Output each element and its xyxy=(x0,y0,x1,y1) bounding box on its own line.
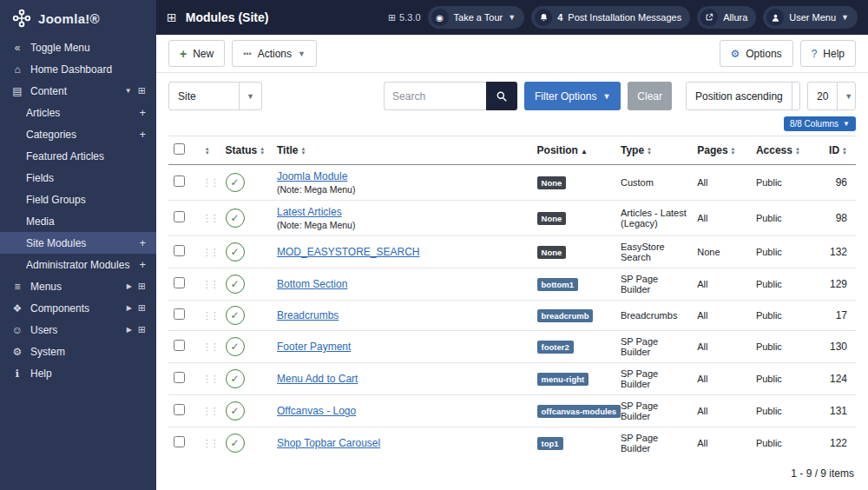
row-checkbox[interactable] xyxy=(174,436,185,447)
search-button[interactable] xyxy=(486,82,517,110)
sidebar-item-administrator-modules[interactable]: Administrator Modules + xyxy=(0,254,156,275)
row-checkbox[interactable] xyxy=(174,211,185,222)
row-checkbox[interactable] xyxy=(174,175,185,187)
sidebar-item-fields[interactable]: Fields xyxy=(0,167,156,189)
sidebar-item-toggle-menu[interactable]: « Toggle Menu xyxy=(0,36,156,58)
grid-icon[interactable]: ⊞ xyxy=(138,281,146,292)
row-title-cell: Menu Add to Cart xyxy=(272,363,532,395)
plus-icon[interactable]: + xyxy=(139,236,146,249)
sidebar-item-label: Featured Articles xyxy=(26,150,146,162)
module-title-link[interactable]: Menu Add to Cart xyxy=(277,373,358,385)
sidebar-item-categories[interactable]: Categories + xyxy=(0,123,156,145)
options-button[interactable]: ⚙ Options xyxy=(720,40,793,67)
grid-icon[interactable]: ⊞ xyxy=(138,302,146,314)
new-button[interactable]: + New xyxy=(168,40,225,67)
sidebar-item-menus[interactable]: ≡ Menus ▶ ⊞ xyxy=(0,275,156,297)
sort-order-select[interactable]: Position ascending ▼ xyxy=(686,82,800,110)
help-button[interactable]: ? Help xyxy=(800,40,856,67)
module-title-link[interactable]: Shop Topbar Carousel xyxy=(277,437,380,449)
module-id: 129 xyxy=(815,268,856,301)
module-title-link[interactable]: Joomla Module xyxy=(277,170,347,182)
module-title-link[interactable]: Breadcrumbs xyxy=(277,309,339,321)
title-column-header[interactable]: Title▲▼ xyxy=(272,136,532,165)
module-title-link[interactable]: Bottom Section xyxy=(277,278,347,290)
row-checkbox[interactable] xyxy=(174,308,185,320)
drag-handle-icon[interactable]: ⋮⋮ xyxy=(202,341,218,352)
row-select-cell xyxy=(168,331,197,363)
sidebar-item-featured-articles[interactable]: Featured Articles xyxy=(0,145,156,167)
row-checkbox[interactable] xyxy=(174,372,185,383)
row-select-cell xyxy=(168,268,197,301)
status-published-icon[interactable]: ✓ xyxy=(226,401,245,420)
drag-handle-icon[interactable]: ⋮⋮ xyxy=(202,177,218,188)
status-published-icon[interactable]: ✓ xyxy=(226,275,245,294)
sidebar-item-media[interactable]: Media xyxy=(0,210,156,232)
module-title-link[interactable]: Offcanvas - Logo xyxy=(277,405,356,417)
pages-column-header[interactable]: Pages▲▼ xyxy=(692,136,751,165)
id-column-header[interactable]: ID▲▼ xyxy=(815,136,856,165)
search-input[interactable] xyxy=(384,82,486,110)
drag-handle-icon[interactable]: ⋮⋮ xyxy=(202,406,218,416)
position-column-header[interactable]: Position▲ xyxy=(532,136,615,165)
row-status-cell: ✓ xyxy=(220,395,273,427)
sidebar-item-components[interactable]: ❖ Components ▶ ⊞ xyxy=(0,297,156,319)
drag-handle-icon[interactable]: ⋮⋮ xyxy=(202,213,218,223)
drag-handle-icon[interactable]: ⋮⋮ xyxy=(202,438,218,448)
status-published-icon[interactable]: ✓ xyxy=(226,306,245,325)
access-column-header[interactable]: Access▲▼ xyxy=(751,136,815,165)
row-order-cell: ⋮⋮ xyxy=(197,165,220,201)
type-column-header[interactable]: Type▲▼ xyxy=(615,136,692,165)
sidebar-item-field-groups[interactable]: Field Groups xyxy=(0,189,156,210)
modules-table-body: ⋮⋮ ✓ Joomla Module (Note: Mega Menu) Non… xyxy=(168,165,856,460)
content-icon: ▤ xyxy=(10,85,24,97)
row-checkbox[interactable] xyxy=(174,340,185,351)
ordering-column-header[interactable]: ▲▼ xyxy=(197,136,220,165)
sidebar-item-help[interactable]: ℹ Help xyxy=(0,362,156,384)
plus-icon[interactable]: + xyxy=(139,106,146,119)
select-all-checkbox[interactable] xyxy=(174,143,185,155)
actions-button[interactable]: ••• Actions ▼ xyxy=(232,40,317,67)
module-title-link[interactable]: Footer Payment xyxy=(277,341,351,353)
sidebar-item-home-dashboard[interactable]: ⌂ Home Dashboard xyxy=(0,58,156,80)
module-pages: All xyxy=(692,268,751,301)
grid-icon[interactable]: ⊞ xyxy=(138,85,146,96)
columns-toggle-button[interactable]: 8/8 Columns ▼ xyxy=(784,116,856,131)
sidebar-item-users[interactable]: ☺ Users ▶ ⊞ xyxy=(0,319,156,341)
sidebar-item-content[interactable]: ▤ Content ▼ ⊞ xyxy=(0,80,156,102)
status-published-icon[interactable]: ✓ xyxy=(226,242,245,262)
plus-icon[interactable]: + xyxy=(139,258,146,271)
status-column-header[interactable]: Status▲▼ xyxy=(220,136,273,165)
module-title-link[interactable]: Latest Articles xyxy=(277,206,342,218)
drag-handle-icon[interactable]: ⋮⋮ xyxy=(202,247,218,257)
row-checkbox[interactable] xyxy=(174,277,185,288)
row-checkbox[interactable] xyxy=(174,404,185,415)
sidebar-item-label: System xyxy=(30,346,146,358)
drag-handle-icon[interactable]: ⋮⋮ xyxy=(202,310,218,321)
status-published-icon[interactable]: ✓ xyxy=(226,209,245,228)
status-published-icon[interactable]: ✓ xyxy=(226,337,245,356)
grid-icon[interactable]: ⊞ xyxy=(138,324,146,335)
module-access: Public xyxy=(751,301,815,331)
drag-handle-icon[interactable]: ⋮⋮ xyxy=(202,279,218,289)
status-published-icon[interactable]: ✓ xyxy=(226,434,245,453)
list-limit-select[interactable]: 20 ▼ xyxy=(807,82,856,110)
sidebar-item-site-modules[interactable]: Site Modules + xyxy=(0,232,156,254)
take-a-tour-button[interactable]: ◉ Take a Tour ▼ xyxy=(428,6,525,29)
sidebar-item-articles[interactable]: Articles + xyxy=(0,102,156,123)
status-published-icon[interactable]: ✓ xyxy=(226,369,245,388)
row-title-cell: Bottom Section xyxy=(272,268,532,301)
sidebar-item-system[interactable]: ⚙ System xyxy=(0,341,156,362)
client-select[interactable]: Site ▼ xyxy=(168,82,262,110)
allura-preview-button[interactable]: Allura xyxy=(697,6,756,29)
plus-icon[interactable]: + xyxy=(139,128,146,141)
row-checkbox[interactable] xyxy=(174,245,185,256)
user-menu-button[interactable]: User Menu ▼ xyxy=(763,6,858,29)
filter-options-button[interactable]: Filter Options ▼ xyxy=(524,82,621,110)
status-published-icon[interactable]: ✓ xyxy=(226,173,245,192)
drag-handle-icon[interactable]: ⋮⋮ xyxy=(202,374,218,384)
row-position-cell: footer2 xyxy=(532,331,615,363)
clear-button[interactable]: Clear xyxy=(628,82,672,110)
module-title-link[interactable]: MOD_EASYSTORE_SEARCH xyxy=(277,246,420,258)
post-installation-messages-button[interactable]: 4 Post Installation Messages xyxy=(531,6,690,29)
module-id: 131 xyxy=(815,395,856,427)
